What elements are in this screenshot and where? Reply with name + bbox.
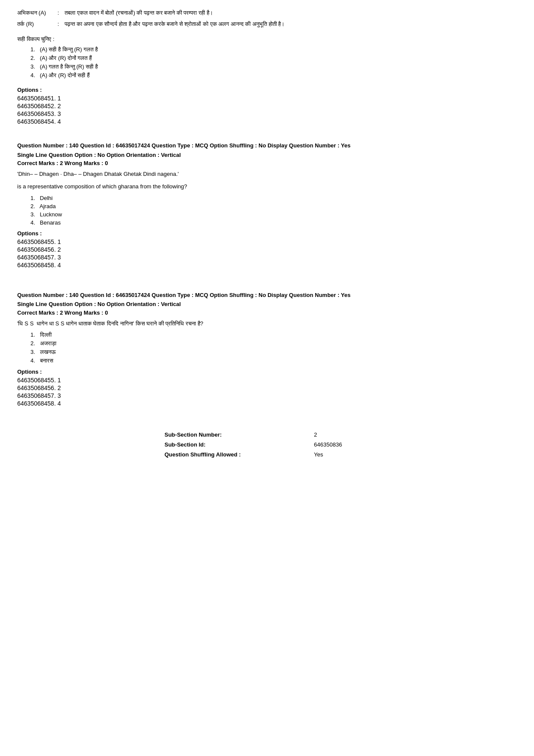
question2-options-list: 1. दिल्ली 2. अजराड़ा 3. लखनऊ 4. बनारस <box>17 331 517 364</box>
subsection-table: Sub-Section Number: 2 Sub-Section Id: 64… <box>159 429 375 460</box>
list-item: 3. (A) गलत है किन्तु (R) सही है <box>26 63 517 70</box>
option-code-1: 64635068451. 1 <box>17 95 517 102</box>
list-item: 1. दिल्ली <box>26 331 517 338</box>
list-item: 1. (A) सही है किन्तु (R) गलत है <box>26 46 517 53</box>
assertion-colon: : <box>56 9 65 17</box>
reason-label: तर्क (R) <box>17 20 56 28</box>
choose-text: सही विकल्प चुनिए : <box>17 36 517 43</box>
sub-section-number-label: Sub-Section Number: <box>160 430 309 439</box>
assertion-options-label: Options : <box>17 87 517 93</box>
sub-section-id-label: Sub-Section Id: <box>160 440 309 449</box>
option-text: (A) और (R) दोनों सही हैं <box>40 72 90 78</box>
question-shuffling-value: Yes <box>310 450 374 459</box>
reason-colon: : <box>56 20 65 28</box>
q1-code-2: 64635068456. 2 <box>17 246 517 253</box>
list-item: 2. अजराड़ा <box>26 340 517 347</box>
question1-text-line2: is a representative composition of which… <box>17 182 517 191</box>
list-item: 3. लखनऊ <box>26 349 517 356</box>
question1-header-line1: Question Number : 140 Question Id : 6463… <box>17 141 517 150</box>
q2-code-4: 64635068458. 4 <box>17 400 517 407</box>
question-shuffling-label: Question Shuffling Allowed : <box>160 450 309 459</box>
option-code-2: 64635068452. 2 <box>17 103 517 109</box>
question1-options-label: Options : <box>17 230 517 237</box>
list-item: 3. Lucknow <box>26 211 517 218</box>
question1-block: Question Number : 140 Question Id : 6463… <box>17 141 517 274</box>
question2-header-line1: Question Number : 140 Question Id : 6463… <box>17 291 517 300</box>
q1-code-3: 64635068457. 3 <box>17 254 517 261</box>
question2-text: 'धि S S धागेन धा S S धागेन धाताक घेताक द… <box>17 319 517 328</box>
assertion-row: अभिकथन (A) : तबला एकल वादन में बोलों (रच… <box>17 9 517 17</box>
q2-code-1: 64635068455. 1 <box>17 377 517 384</box>
list-item: 2. (A) और (R) दोनों गलत हैं <box>26 55 517 62</box>
option-text: (A) गलत है किन्तु (R) सही है <box>40 63 98 70</box>
sub-section-number-value: 2 <box>310 430 374 439</box>
table-row: Sub-Section Number: 2 <box>160 430 374 439</box>
table-row: Question Shuffling Allowed : Yes <box>160 450 374 459</box>
table-row: Sub-Section Id: 646350836 <box>160 440 374 449</box>
assertion-text: तबला एकल वादन में बोलों (रचनाओं) की पढ़न… <box>65 9 517 17</box>
assertion-label: अभिकथन (A) <box>17 9 56 17</box>
question1-marks: Correct Marks : 2 Wrong Marks : 0 <box>17 160 517 166</box>
q1-code-1: 64635068455. 1 <box>17 238 517 245</box>
sub-section-id-value: 646350836 <box>310 440 374 449</box>
question2-marks: Correct Marks : 2 Wrong Marks : 0 <box>17 309 517 316</box>
list-item: 4. बनारस <box>26 357 517 364</box>
option-text: (A) सही है किन्तु (R) गलत है <box>40 46 98 53</box>
assertion-options-list: 1. (A) सही है किन्तु (R) गलत है 2. (A) औ… <box>17 46 517 79</box>
question2-header-line2: Single Line Question Option : No Option … <box>17 300 517 309</box>
reason-text: पढ़न्त का अपना एक सौन्दर्य होता है और पढ… <box>65 20 517 28</box>
question1-text-line1: 'Dhin– – Dhagen · Dha– – Dhagen Dhatak G… <box>17 170 517 179</box>
list-item: 4. (A) और (R) दोनों सही हैं <box>26 72 517 79</box>
q2-code-2: 64635068456. 2 <box>17 384 517 391</box>
assertion-options-block: Options : 64635068451. 1 64635068452. 2 … <box>17 87 517 125</box>
list-item: 2. Ajrada <box>26 203 517 209</box>
q1-code-4: 64635068458. 4 <box>17 262 517 269</box>
question1-options-list: 1. Delhi 2. Ajrada 3. Lucknow 4. Benaras <box>17 195 517 226</box>
list-item: 1. Delhi <box>26 195 517 201</box>
option-code-3: 64635068453. 3 <box>17 110 517 117</box>
q2-code-3: 64635068457. 3 <box>17 392 517 399</box>
spacer <box>17 133 517 141</box>
choose-section: सही विकल्प चुनिए : 1. (A) सही है किन्तु … <box>17 36 517 79</box>
spacer2 <box>17 282 517 291</box>
option-code-4: 64635068454. 4 <box>17 118 517 125</box>
option-text: (A) और (R) दोनों गलत हैं <box>40 55 92 61</box>
question2-options-label: Options : <box>17 369 517 375</box>
question2-block: Question Number : 140 Question Id : 6463… <box>17 291 517 412</box>
assertion-block: अभिकथन (A) : तबला एकल वादन में बोलों (रच… <box>17 9 517 28</box>
question1-header-line2: Single Line Question Option : No Option … <box>17 151 517 159</box>
reason-row: तर्क (R) : पढ़न्त का अपना एक सौन्दर्य हो… <box>17 20 517 28</box>
list-item: 4. Benaras <box>26 219 517 226</box>
